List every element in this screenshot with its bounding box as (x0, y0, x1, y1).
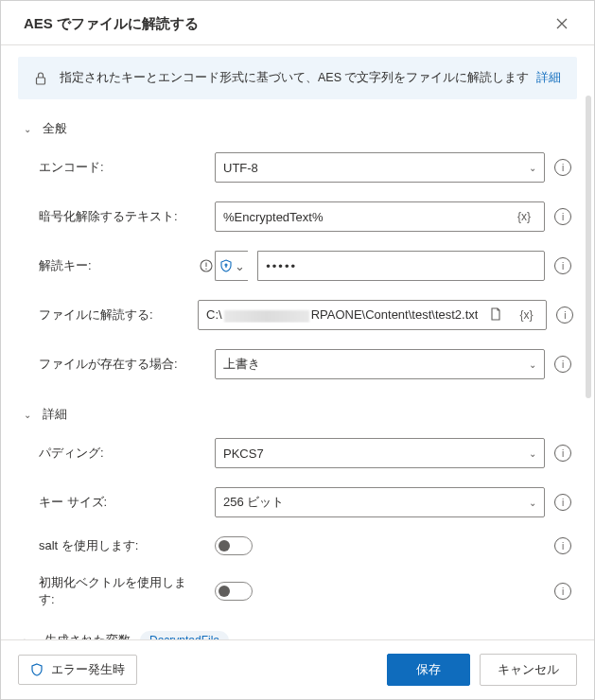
to-file-suffix: RPAONE\Content\test\test2.txt (311, 307, 479, 322)
details-link[interactable]: 詳細 (536, 71, 561, 84)
svg-rect-0 (37, 78, 45, 84)
encrypted-text-value: %EncryptedText% (223, 210, 506, 224)
save-button[interactable]: 保存 (387, 654, 470, 686)
dialog-header: AES でファイルに解読する (1, 1, 594, 45)
label-key-size: キー サイズ: (39, 494, 198, 511)
chevron-down-icon: ⌄ (529, 163, 536, 173)
row-if-exists: ファイルが存在する場合: 上書き ⌄ i (1, 340, 594, 389)
to-file-prefix: C:\ (206, 307, 222, 322)
padding-select[interactable]: PKCS7 ⌄ (215, 438, 545, 468)
section-generated[interactable]: › 生成された変数 DecryptedFile (1, 618, 594, 639)
info-icon[interactable]: i (554, 583, 571, 600)
footer-button-group: 保存 キャンセル (387, 654, 577, 686)
label-use-iv: 初期化ベクトルを使用します: (39, 574, 198, 608)
label-to-file: ファイルに解読する: (39, 306, 198, 324)
row-to-file: ファイルに解読する: C:\RPAONE\Content\test\test2.… (1, 290, 594, 340)
alert-icon (200, 259, 213, 272)
scrollbar[interactable] (586, 96, 591, 398)
banner-message: 指定されたキーとエンコード形式に基づいて、AES で文字列をファイルに解読します (60, 71, 530, 84)
shield-icon (219, 259, 233, 272)
row-use-iv: 初期化ベクトルを使用します: i (1, 565, 594, 618)
file-picker-icon[interactable] (483, 307, 508, 324)
variable-picker-icon[interactable]: {x} (512, 210, 536, 223)
label-encoding: エンコード: (39, 159, 198, 176)
section-general-label: 全般 (43, 120, 67, 137)
info-icon[interactable]: i (554, 445, 571, 462)
chevron-down-icon: ⌄ (529, 498, 536, 508)
generated-var-badge[interactable]: DecryptedFile (140, 631, 229, 639)
chevron-down-icon: ⌄ (529, 448, 536, 459)
cancel-button[interactable]: キャンセル (480, 654, 577, 686)
encoding-select[interactable]: UTF-8 ⌄ (215, 152, 545, 183)
use-iv-toggle[interactable] (215, 582, 253, 601)
dialog: AES でファイルに解読する 指定されたキーとエンコード形式に基づいて、AES … (1, 1, 594, 699)
dialog-body: ⌄ 全般 エンコード: UTF-8 ⌄ i 暗号化解除するテキスト: %Encr… (1, 99, 594, 639)
on-error-label: エラー発生時 (51, 661, 125, 678)
row-use-salt: salt を使用します: i (1, 527, 594, 565)
to-file-value: C:\RPAONE\Content\test\test2.txt (206, 307, 478, 322)
dialog-title: AES でファイルに解読する (24, 15, 199, 33)
if-exists-select[interactable]: 上書き ⌄ (215, 349, 545, 379)
row-encoding: エンコード: UTF-8 ⌄ i (1, 143, 594, 192)
key-size-value: 256 ビット (223, 494, 529, 511)
section-advanced[interactable]: ⌄ 詳細 (1, 389, 594, 429)
info-banner: 指定されたキーとエンコード形式に基づいて、AES で文字列をファイルに解読します… (18, 57, 577, 99)
dialog-footer: エラー発生時 保存 キャンセル (1, 639, 594, 699)
key-value: ••••• (266, 259, 536, 273)
row-padding: パディング: PKCS7 ⌄ i (1, 429, 594, 478)
encoding-value: UTF-8 (223, 161, 529, 175)
padding-value: PKCS7 (223, 446, 529, 461)
key-size-select[interactable]: 256 ビット ⌄ (215, 487, 545, 517)
svg-point-3 (205, 269, 206, 270)
chevron-down-icon: ⌄ (24, 410, 35, 420)
chevron-down-icon: ⌄ (24, 124, 35, 134)
info-icon[interactable]: i (554, 257, 571, 274)
section-general[interactable]: ⌄ 全般 (1, 114, 594, 143)
key-input[interactable]: ••••• (257, 251, 545, 281)
chevron-down-icon: ⌄ (529, 359, 536, 370)
info-icon[interactable]: i (554, 159, 571, 176)
info-icon[interactable]: i (554, 208, 571, 225)
row-encrypted-text: 暗号化解除するテキスト: %EncryptedText% {x} i (1, 192, 594, 241)
section-advanced-label: 詳細 (43, 406, 67, 423)
shield-outline-icon (30, 663, 44, 676)
info-icon[interactable]: i (556, 306, 573, 324)
variable-picker-icon[interactable]: {x} (514, 308, 538, 322)
row-key-size: キー サイズ: 256 ビット ⌄ i (1, 478, 594, 527)
close-icon (556, 18, 568, 29)
key-source-button[interactable]: ⌄ (215, 251, 248, 281)
label-padding: パディング: (39, 445, 198, 462)
label-if-exists: ファイルが存在する場合: (39, 356, 198, 373)
lock-icon (33, 71, 48, 86)
to-file-input[interactable]: C:\RPAONE\Content\test\test2.txt {x} (198, 300, 547, 330)
banner-text: 指定されたキーとエンコード形式に基づいて、AES で文字列をファイルに解読します… (60, 70, 561, 86)
redacted-segment (224, 310, 309, 323)
svg-point-4 (225, 264, 227, 266)
label-use-salt: salt を使用します: (39, 537, 198, 554)
info-icon[interactable]: i (554, 356, 571, 373)
label-key: 解読キー: (39, 257, 198, 274)
section-generated-label: 生成された変数 (44, 632, 131, 639)
row-key: 解読キー: ⌄ ••••• i (1, 241, 594, 290)
encrypted-text-input[interactable]: %EncryptedText% {x} (215, 201, 545, 232)
info-icon[interactable]: i (554, 494, 571, 511)
info-icon[interactable]: i (554, 537, 571, 554)
close-button[interactable] (549, 10, 575, 37)
use-salt-toggle[interactable] (215, 536, 253, 555)
on-error-button[interactable]: エラー発生時 (18, 655, 137, 685)
chevron-down-icon: ⌄ (235, 259, 245, 273)
label-encrypted-text: 暗号化解除するテキスト: (39, 208, 198, 225)
if-exists-value: 上書き (223, 356, 529, 373)
